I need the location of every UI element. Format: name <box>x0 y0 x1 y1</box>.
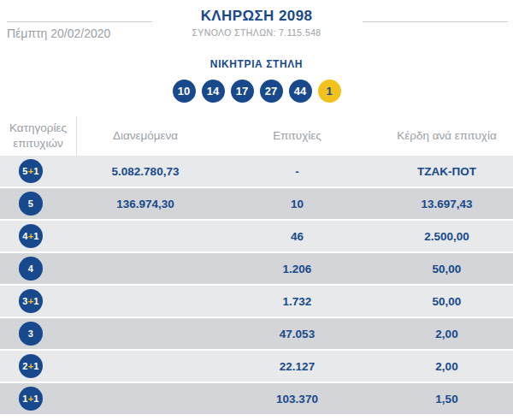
winning-number-ball: 14 <box>202 80 225 103</box>
category-badge: 4+1 <box>19 224 43 248</box>
category-badge: 2+1 <box>19 354 43 378</box>
category-badge: 5 <box>19 192 43 216</box>
category-cell: 1+1 <box>0 387 77 411</box>
prize-per-winner: 13.697,43 <box>380 198 513 210</box>
winners-count: 46 <box>214 230 380 243</box>
prize-row: 1+1 103.370 1,50 <box>0 383 513 414</box>
winning-number-ball: 10 <box>173 80 196 103</box>
winners-count: 22.127 <box>214 360 380 373</box>
category-cell: 3+1 <box>0 289 77 313</box>
prize-row: 4 1.206 50,00 <box>0 253 513 284</box>
winners-count: 1.732 <box>214 295 380 308</box>
winners-count: 103.370 <box>214 393 380 405</box>
prize-per-winner: ΤΖΑΚ-ΠΟΤ <box>380 165 513 178</box>
category-cell: 4+1 <box>0 224 77 248</box>
prize-row: 4+1 46 2.500,00 <box>0 221 513 251</box>
prize-per-winner: 50,00 <box>380 295 513 308</box>
prize-table-body: 5+1 5.082.780,73 - ΤΖΑΚ-ΠΟΤ 5 136.974,30… <box>0 156 513 414</box>
winning-number-ball: 27 <box>260 80 283 103</box>
col-header-categories: Κατηγορίες επιτυχιών <box>0 116 77 156</box>
prize-row: 5 136.974,30 10 13.697,43 <box>0 188 513 219</box>
distributed-amount: 136.974,30 <box>77 198 214 210</box>
category-cell: 5 <box>0 192 77 216</box>
category-badge: 5+1 <box>19 159 43 183</box>
distributed-amount: 5.082.780,73 <box>77 165 214 178</box>
category-badge: 1+1 <box>19 387 43 411</box>
category-badge: 3+1 <box>19 289 43 313</box>
prize-row: 3 47.053 2,00 <box>0 318 513 349</box>
winners-count: 1.206 <box>214 263 380 275</box>
winning-number-ball: 17 <box>231 80 254 103</box>
winning-column-section: ΝΙΚΗΤΡΙΑ ΣΤΗΛΗ 10141727441 <box>0 58 513 103</box>
category-cell: 5+1 <box>0 159 77 183</box>
winners-count: 10 <box>214 198 380 210</box>
col-header-prize: Κέρδη ανά επιτυχία <box>380 128 513 144</box>
tzoker-draw-results-page: ΚΛΗΡΩΣΗ 2098 ΣΥΝΟΛΟ ΣΤΗΛΩΝ: 7.115.548 Πέ… <box>0 0 513 420</box>
winners-count: - <box>214 165 380 178</box>
category-badge: 3 <box>19 322 43 346</box>
prize-row: 3+1 1.732 50,00 <box>0 286 513 316</box>
prize-row: 2+1 22.127 2,00 <box>0 351 513 382</box>
prize-row: 5+1 5.082.780,73 - ΤΖΑΚ-ΠΟΤ <box>0 156 513 186</box>
header-divider-right <box>363 21 508 22</box>
col-header-distributed: Διανεμόμενα <box>77 128 214 144</box>
category-cell: 4 <box>0 257 77 281</box>
prize-per-winner: 1,50 <box>380 393 513 405</box>
prize-per-winner: 50,00 <box>380 263 513 275</box>
prize-table-header-row: Κατηγορίες επιτυχιών Διανεμόμενα Επιτυχί… <box>0 116 513 156</box>
prize-table: Κατηγορίες επιτυχιών Διανεμόμενα Επιτυχί… <box>0 116 513 414</box>
header-divider-left <box>7 21 152 22</box>
winning-column-label: ΝΙΚΗΤΡΙΑ ΣΤΗΛΗ <box>0 58 513 70</box>
joker-number-ball: 1 <box>318 80 341 103</box>
winning-numbers: 10141727441 <box>0 80 513 103</box>
col-header-winners: Επιτυχίες <box>214 128 380 144</box>
prize-per-winner: 2,00 <box>380 360 513 373</box>
draw-header: ΚΛΗΡΩΣΗ 2098 ΣΥΝΟΛΟ ΣΤΗΛΩΝ: 7.115.548 Πέ… <box>0 0 513 48</box>
category-badge: 4 <box>19 257 43 281</box>
winners-count: 47.053 <box>214 328 380 340</box>
prize-per-winner: 2,00 <box>380 328 513 340</box>
winning-number-ball: 44 <box>289 80 312 103</box>
category-cell: 3 <box>0 322 77 346</box>
draw-date: Πέμπτη 20/02/2020 <box>7 27 110 40</box>
prize-per-winner: 2.500,00 <box>380 230 513 243</box>
category-cell: 2+1 <box>0 354 77 378</box>
